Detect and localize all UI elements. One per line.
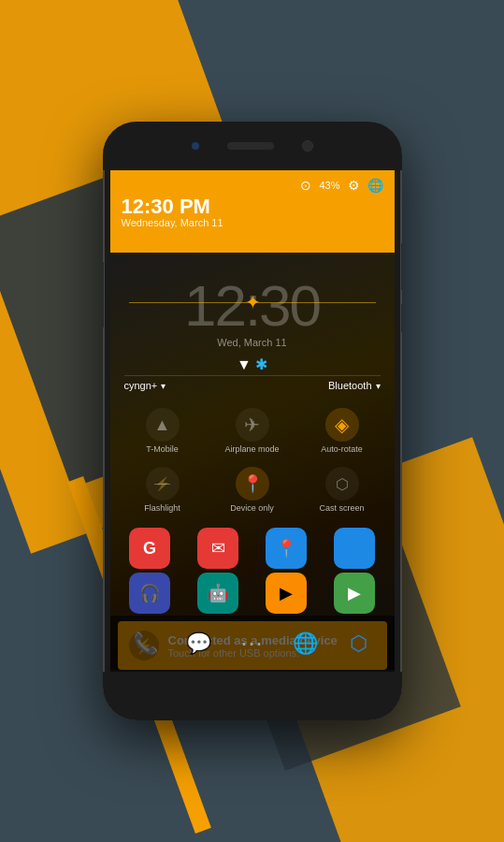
phone-device: ⊙ 43% ⚙ 🌐 12:30 PM Wednesday, March 11 ✦… xyxy=(103,122,402,720)
qs-flashlight-label: Flashlight xyxy=(144,503,180,513)
network-name: cyngn+ xyxy=(124,380,158,391)
app-android[interactable]: 🤖 xyxy=(197,573,238,614)
qs-device-only-label: Device only xyxy=(230,503,274,513)
dock-camera[interactable]: ⬡ xyxy=(341,627,375,661)
proximity-sensor xyxy=(192,142,199,150)
app-grid: G ✉ 📍 🎧 🤖 ▶ ▶ xyxy=(110,524,395,617)
wifi-icon: ▼ xyxy=(237,356,252,373)
qs-tmobile-icon: ▲ xyxy=(146,408,180,442)
phone-screen: ⊙ 43% ⚙ 🌐 12:30 PM Wednesday, March 11 ✦… xyxy=(110,170,395,672)
app-maps[interactable]: 📍 xyxy=(266,528,307,569)
qs-autorotate-icon: ◈ xyxy=(325,408,359,442)
earpiece-speaker xyxy=(227,142,274,150)
qs-cast-screen-label: Cast screen xyxy=(319,503,364,513)
clock-date: Wed, March 11 xyxy=(110,335,395,354)
phone-bottom-bezel xyxy=(103,672,402,720)
status-date: Wednesday, March 11 xyxy=(122,217,383,228)
qs-flashlight[interactable]: ⚡ Flashlight xyxy=(118,459,208,518)
battery-percentage: 43% xyxy=(319,180,339,191)
qs-header: cyngn+ ▾ Bluetooth ▾ xyxy=(110,376,395,395)
app-store[interactable]: ▶ xyxy=(334,573,375,614)
app-dock: 📞 💬 ⋯ 🌐 ⬡ xyxy=(110,616,395,672)
app-play[interactable]: ▶ xyxy=(266,573,307,614)
qs-device-only[interactable]: 📍 Device only xyxy=(208,459,297,518)
app-music[interactable]: 🎧 xyxy=(129,573,170,614)
qs-cast-screen[interactable]: ⬡ Cast screen xyxy=(297,459,387,518)
qs-airplane[interactable]: ✈ Airplane mode xyxy=(208,400,297,459)
battery-circle-icon: ⊙ xyxy=(300,178,311,193)
power-button[interactable] xyxy=(401,243,402,290)
qs-autorotate-label: Auto-rotate xyxy=(321,444,363,454)
qs-location-icon: 📍 xyxy=(236,467,269,501)
qs-autorotate[interactable]: ◈ Auto-rotate xyxy=(297,400,387,459)
lock-clock: ✦ 12:30 xyxy=(110,269,395,335)
status-bar-top: ⊙ 43% ⚙ 🌐 xyxy=(122,178,383,193)
front-camera xyxy=(302,140,313,152)
qs-tmobile[interactable]: ▲ T-Mobile xyxy=(118,400,208,459)
wallpaper-area: ✦ 12:30 Wed, March 11 ▼ ✱ cyngn+ ▾ Bluet… xyxy=(110,253,395,670)
bluetooth-selector[interactable]: Bluetooth ▾ xyxy=(328,380,380,391)
app-chrome[interactable] xyxy=(334,528,375,569)
network-selector[interactable]: cyngn+ ▾ xyxy=(124,380,166,391)
phone-top-bezel xyxy=(103,122,402,170)
qs-airplane-label: Airplane mode xyxy=(224,444,279,454)
status-time: 12:30 PM xyxy=(122,196,383,217)
bluetooth-icon: ✱ xyxy=(255,356,267,373)
settings-icon[interactable]: ⚙ xyxy=(348,178,360,193)
qs-airplane-icon: ✈ xyxy=(236,408,269,442)
dock-apps[interactable]: ⋯ xyxy=(235,627,268,661)
quick-settings-grid: ▲ T-Mobile ✈ Airplane mode ◈ Auto-rotate… xyxy=(110,395,395,524)
volume-rocker[interactable] xyxy=(103,262,104,327)
bluetooth-name: Bluetooth xyxy=(328,380,371,391)
network-indicators: ▼ ✱ xyxy=(110,354,395,375)
dock-phone[interactable]: 📞 xyxy=(129,627,163,661)
dock-browser[interactable]: 🌐 xyxy=(288,627,322,661)
bluetooth-dropdown-icon: ▾ xyxy=(376,381,381,391)
clock-star-icon: ✦ xyxy=(245,293,259,312)
network-dropdown-icon: ▾ xyxy=(161,381,166,391)
network-icon: 🌐 xyxy=(367,178,383,193)
qs-tmobile-label: T-Mobile xyxy=(146,444,179,454)
qs-cast-icon: ⬡ xyxy=(325,467,359,501)
status-bar: ⊙ 43% ⚙ 🌐 12:30 PM Wednesday, March 11 xyxy=(110,170,395,253)
app-gmail[interactable]: ✉ xyxy=(197,528,238,569)
app-google[interactable]: G xyxy=(129,528,170,569)
qs-flashlight-icon: ⚡ xyxy=(146,467,180,501)
dock-messages[interactable]: 💬 xyxy=(182,627,216,661)
volume-button[interactable] xyxy=(401,304,402,332)
